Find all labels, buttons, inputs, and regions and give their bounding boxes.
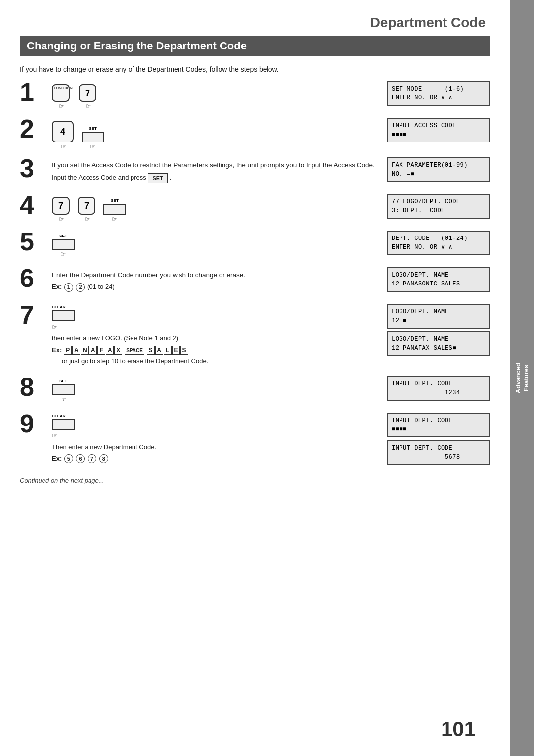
step-5: 5 SET ☞ DEPT. CODE (01-24) ENTER NO. <box>20 231 490 260</box>
continued-text: Continued on the next page... <box>20 477 490 484</box>
set-key-5-col: SET ☞ <box>52 234 75 258</box>
lcd-7b: LOGO/DEPT. NAME 12 PANAFAX SALES■ <box>387 331 490 356</box>
circle-2: 2 <box>76 283 85 292</box>
step-2: 2 4 ☞ SET ☞ <box>20 118 490 150</box>
clear-key-7[interactable] <box>52 310 75 321</box>
set-key-5[interactable] <box>52 239 75 250</box>
bl-a2: A <box>89 346 97 355</box>
set-key-2-col: SET ☞ <box>82 126 104 150</box>
space-box: SPACE <box>125 346 144 355</box>
bl-x: X <box>114 346 122 355</box>
key-7-col: 7 ☞ <box>79 84 98 110</box>
step-9-number: 9 <box>20 411 52 436</box>
step-7: 7 CLEAR ☞ then enter a new LOGO. (See No… <box>20 304 490 366</box>
bl-f: F <box>97 346 105 355</box>
step-3-text: If you set the Access Code to restrict t… <box>52 160 377 170</box>
set-key-8-col: SET ☞ <box>52 379 75 403</box>
hand-1b: ☞ <box>86 102 91 110</box>
lcd-9a: INPUT DEPT. CODE ■■■■ <box>387 413 490 437</box>
bl-a4: A <box>155 346 163 355</box>
bl-s2: S <box>180 346 188 355</box>
hand-7: ☞ <box>52 323 58 331</box>
hand-1a: ☞ <box>59 102 65 110</box>
set-label-5: SET <box>59 234 67 238</box>
lcd-4: 77 LOGO/DEPT. CODE 3: DEPT. CODE <box>387 194 490 219</box>
step-1-lcd: SET MODE (1-6) ENTER NO. OR ∨ ∧ <box>377 81 490 106</box>
step-5-number: 5 <box>20 229 52 254</box>
key-4[interactable]: 4 <box>52 121 74 142</box>
step-3-content: If you set the Access Code to restrict t… <box>52 157 377 183</box>
step-8-content: SET ☞ <box>52 376 377 403</box>
bl-p: P <box>64 346 72 355</box>
step-2-keys: 4 ☞ SET ☞ <box>52 121 377 150</box>
step-4: 4 7 ☞ 7 ☞ <box>20 194 490 224</box>
step-6-content: Enter the Department Code number you wis… <box>52 267 377 292</box>
set-key-8[interactable] <box>52 384 75 395</box>
clear-key-9[interactable] <box>52 419 75 430</box>
step-7-two-lcd: LOGO/DEPT. NAME 12 ■ LOGO/DEPT. NAME 12 … <box>387 304 490 356</box>
lcd-9b: INPUT DEPT. CODE 5678 <box>387 440 490 465</box>
step-2-lcd: INPUT ACCESS CODE ■■■■ <box>377 118 490 142</box>
main-content: Department Code Changing or Erasing the … <box>0 0 510 756</box>
step-6-sub: Ex: 1 2 (01 to 24) <box>52 282 377 292</box>
step-1-number: 1 <box>20 79 52 105</box>
step-1-keys: FUNCTION ☞ 7 ☞ <box>52 84 377 110</box>
step-4-lcd: 77 LOGO/DEPT. CODE 3: DEPT. CODE <box>377 194 490 219</box>
step-3-sub: Input the Access Code and press SET . <box>52 173 377 183</box>
step-1: 1 FUNCTION ☞ 7 ☞ <box>20 81 490 111</box>
hand-2a: ☞ <box>61 143 67 150</box>
step-7-sub3: or just go to step 10 to erase the Depar… <box>52 356 377 366</box>
set-label-8: SET <box>59 379 67 383</box>
set-key-2[interactable] <box>82 132 104 142</box>
step-8: 8 SET ☞ INPUT DEPT. CODE <box>20 376 490 406</box>
hand-8: ☞ <box>60 396 66 403</box>
circle-5: 5 <box>64 454 73 463</box>
step-7-content: CLEAR ☞ then enter a new LOGO. (See Note… <box>52 304 377 366</box>
set-inline-3[interactable]: SET <box>148 173 167 184</box>
step-4-number: 4 <box>20 192 52 218</box>
steps-container: 1 FUNCTION ☞ 7 ☞ <box>20 81 490 473</box>
step-9-two-lcd: INPUT DEPT. CODE ■■■■ INPUT DEPT. CODE 5… <box>387 413 490 465</box>
step-7-sub2: Ex: PANAFAX SPACE SALES <box>52 345 377 355</box>
step-4-content: 7 ☞ 7 ☞ SET <box>52 194 377 223</box>
step-2-content: 4 ☞ SET ☞ <box>52 118 377 150</box>
key-7a[interactable]: 7 <box>52 197 70 215</box>
sidebar-label: Advanced Features <box>514 363 530 393</box>
hand-2b: ☞ <box>90 143 96 150</box>
lcd-3: FAX PARAMETER(01-99) NO. =■ <box>387 157 490 182</box>
bl-s1: S <box>147 346 155 355</box>
step-8-number: 8 <box>20 374 52 400</box>
step-4-keys: 7 ☞ 7 ☞ SET <box>52 197 377 223</box>
step-9-sub1: Then enter a new Department Code. <box>52 442 377 452</box>
step-6-text: Enter the Department Code number you wis… <box>52 270 377 280</box>
step-7-clear: CLEAR ☞ <box>52 305 377 331</box>
circle-8: 8 <box>99 454 108 463</box>
step-5-keys: SET ☞ <box>52 234 377 258</box>
clear-label-9: CLEAR <box>52 414 66 418</box>
key-7b[interactable]: 7 <box>78 197 95 215</box>
step-9-lcd: INPUT DEPT. CODE ■■■■ INPUT DEPT. CODE 5… <box>377 413 490 465</box>
set-key-4[interactable] <box>103 204 126 215</box>
bl-l: L <box>164 346 172 355</box>
lcd-2: INPUT ACCESS CODE ■■■■ <box>387 118 490 142</box>
step-5-content: SET ☞ <box>52 231 377 258</box>
circle-1: 1 <box>64 283 73 292</box>
lcd-1: SET MODE (1-6) ENTER NO. OR ∨ ∧ <box>387 81 490 106</box>
function-key[interactable]: FUNCTION <box>52 84 70 102</box>
step-3: 3 If you set the Access Code to restrict… <box>20 157 490 187</box>
step-1-content: FUNCTION ☞ 7 ☞ <box>52 81 377 110</box>
key-7a-col: 7 ☞ <box>52 197 72 223</box>
hand-4c: ☞ <box>112 215 118 223</box>
lcd-5: DEPT. CODE (01-24) ENTER NO. OR ∨ ∧ <box>387 231 490 255</box>
intro-text: If you have to change or erase any of th… <box>20 65 490 73</box>
step-6-number: 6 <box>20 265 52 291</box>
bl-e: E <box>172 346 180 355</box>
step-9-clear: CLEAR ☞ <box>52 414 377 439</box>
bl-a3: A <box>106 346 114 355</box>
key-4-col: 4 ☞ <box>52 121 76 150</box>
hand-9: ☞ <box>52 432 58 439</box>
step-8-keys: SET ☞ <box>52 379 377 403</box>
key-7[interactable]: 7 <box>79 84 96 102</box>
step-5-lcd: DEPT. CODE (01-24) ENTER NO. OR ∨ ∧ <box>377 231 490 255</box>
step-6: 6 Enter the Department Code number you w… <box>20 267 490 297</box>
